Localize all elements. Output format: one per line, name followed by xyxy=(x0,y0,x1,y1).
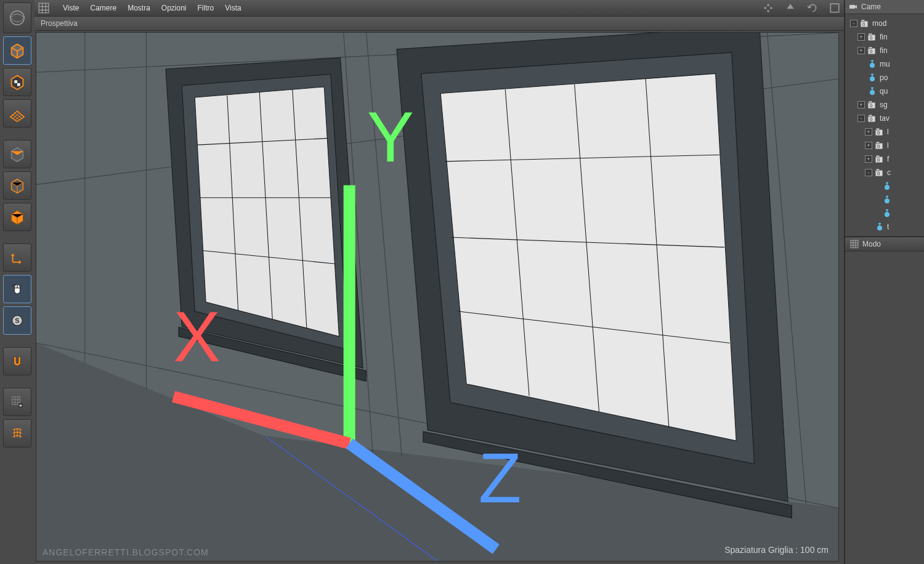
viewport-3d[interactable]: Y X Z ANGELOFERRETTI.BLOGSPOT.COM Spazia… xyxy=(36,32,839,562)
tool-grid-wrap[interactable] xyxy=(3,419,31,448)
svg-text:0: 0 xyxy=(877,144,880,149)
tool-cube-wire[interactable] xyxy=(3,171,31,200)
axis-gizmo[interactable]: Y X Z xyxy=(36,33,838,561)
camera-icon xyxy=(849,2,857,11)
object-tree[interactable]: -0mod+0fin+0finmupoqu+0sg-0tav+0l+0l+0f-… xyxy=(845,14,924,237)
svg-text:Y: Y xyxy=(367,98,414,176)
tool-cube-orange[interactable] xyxy=(3,203,31,231)
tree-row[interactable] xyxy=(846,206,923,220)
svg-point-81 xyxy=(885,212,890,217)
expand-toggle[interactable]: + xyxy=(865,128,872,136)
tool-mouse[interactable] xyxy=(3,275,31,303)
svg-text:0: 0 xyxy=(877,157,880,163)
tool-cube-solid[interactable] xyxy=(3,36,31,65)
svg-text:Z: Z xyxy=(479,439,522,517)
view-menubar: Viste Camere Mostra Opzioni Filtro Vista xyxy=(34,0,844,17)
tree-row[interactable]: -0c xyxy=(846,166,923,179)
tree-label: sg xyxy=(880,100,888,109)
svg-text:0: 0 xyxy=(877,130,880,136)
tree-label: t xyxy=(887,223,889,231)
object-tree-header: Came xyxy=(845,0,924,14)
svg-text:X: X xyxy=(174,298,221,376)
tree-label: tav xyxy=(880,114,890,123)
svg-line-43 xyxy=(174,396,350,443)
svg-rect-8 xyxy=(20,405,22,407)
svg-rect-10 xyxy=(830,4,839,12)
tool-magnet[interactable] xyxy=(3,347,31,375)
tree-label: po xyxy=(880,73,888,82)
view-nav-icon[interactable] xyxy=(763,2,774,14)
tree-row[interactable] xyxy=(846,193,923,206)
tree-label: l xyxy=(887,128,889,136)
expand-toggle[interactable]: + xyxy=(865,142,872,149)
expand-toggle[interactable]: + xyxy=(857,47,865,54)
svg-point-80 xyxy=(885,198,890,203)
watermark: ANGELOFERRETTI.BLOGSPOT.COM xyxy=(43,547,209,557)
tool-cube-checker[interactable] xyxy=(3,68,31,96)
expand-toggle[interactable]: - xyxy=(850,20,857,27)
grid-small-icon xyxy=(850,240,859,248)
tree-header-label: Came xyxy=(861,2,881,11)
svg-line-44 xyxy=(349,444,496,549)
svg-text:S: S xyxy=(15,317,19,324)
tool-cube-top[interactable] xyxy=(3,140,31,168)
modo-header[interactable]: Modo xyxy=(845,237,924,251)
expand-toggle[interactable]: + xyxy=(857,33,865,41)
svg-rect-83 xyxy=(851,240,858,248)
tree-row[interactable]: -0mod xyxy=(846,17,923,30)
tool-grid-plane[interactable] xyxy=(3,99,31,128)
view-label-bar: Prospettiva xyxy=(34,17,844,31)
svg-point-59 xyxy=(870,76,875,81)
menu-viste[interactable]: Viste xyxy=(63,4,79,12)
tree-row[interactable]: +0f xyxy=(846,152,923,166)
tree-label: l xyxy=(887,141,889,150)
svg-point-58 xyxy=(870,63,875,68)
tree-row[interactable]: +0l xyxy=(846,125,923,139)
tree-row[interactable]: +0l xyxy=(846,139,923,152)
tree-row[interactable]: +0sg xyxy=(846,98,923,112)
menu-filtro[interactable]: Filtro xyxy=(198,4,214,12)
tree-row[interactable]: mu xyxy=(846,57,923,71)
tree-row[interactable]: -0tav xyxy=(846,112,923,125)
tree-row[interactable]: +0fin xyxy=(846,44,923,57)
tree-row[interactable]: +0fin xyxy=(846,30,923,44)
view-up-icon[interactable] xyxy=(785,2,796,14)
tree-label: fin xyxy=(880,46,888,55)
grid-menu-icon xyxy=(38,2,49,14)
tree-label: mod xyxy=(872,19,886,28)
right-panel: Came -0mod+0fin+0finmupoqu+0sg-0tav+0l+0… xyxy=(845,0,924,564)
svg-text:0: 0 xyxy=(870,49,873,54)
svg-point-82 xyxy=(877,226,882,231)
svg-rect-9 xyxy=(39,3,49,13)
svg-point-79 xyxy=(885,185,890,190)
tree-row[interactable] xyxy=(846,179,923,193)
app-logo xyxy=(3,2,31,33)
svg-point-60 xyxy=(870,90,875,95)
menu-camere[interactable]: Camere xyxy=(90,4,116,12)
svg-text:0: 0 xyxy=(877,171,880,176)
svg-rect-2 xyxy=(17,83,20,86)
expand-toggle[interactable]: + xyxy=(865,155,872,163)
tree-label: qu xyxy=(880,87,888,96)
menu-vista[interactable]: Vista xyxy=(225,4,241,12)
tree-label: f xyxy=(887,155,889,163)
grid-spacing-status: Spaziatura Griglia : 100 cm xyxy=(724,545,829,555)
tree-label: c xyxy=(887,168,891,177)
svg-text:0: 0 xyxy=(870,116,873,122)
tree-label: fin xyxy=(880,33,888,41)
menu-opzioni[interactable]: Opzioni xyxy=(161,4,187,12)
expand-toggle[interactable]: + xyxy=(857,101,865,108)
svg-rect-48 xyxy=(849,5,855,9)
expand-toggle[interactable]: - xyxy=(865,169,872,176)
tree-row[interactable]: po xyxy=(846,71,923,84)
tool-axis[interactable] xyxy=(3,243,31,272)
tree-row[interactable]: qu xyxy=(846,84,923,98)
tool-grid-lock[interactable] xyxy=(3,388,31,416)
view-rotate-icon[interactable] xyxy=(807,2,818,14)
view-max-icon[interactable] xyxy=(829,2,840,14)
expand-toggle[interactable]: - xyxy=(857,115,865,122)
tool-s-ball[interactable]: S xyxy=(3,306,31,335)
menu-mostra[interactable]: Mostra xyxy=(128,4,150,12)
svg-point-0 xyxy=(10,11,25,25)
tree-row[interactable]: t xyxy=(846,220,923,234)
